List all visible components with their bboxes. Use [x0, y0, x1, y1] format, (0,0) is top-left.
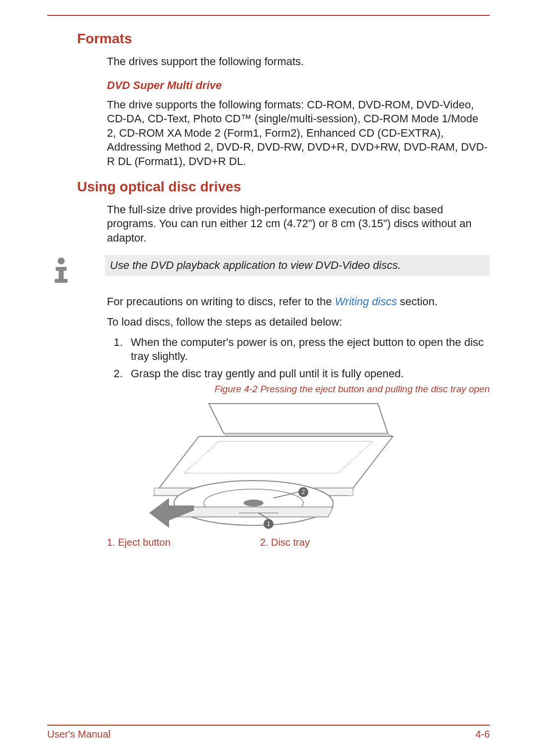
figure-caption: Figure 4-2 Pressing the eject button and…: [47, 384, 490, 395]
laptop-disc-tray-illustration: 1 2: [139, 399, 398, 533]
svg-marker-4: [209, 404, 388, 433]
heading-using-optical: Using optical disc drives: [77, 179, 490, 195]
svg-point-0: [58, 257, 65, 264]
svg-text:2: 2: [302, 489, 305, 496]
precaution-post: section.: [397, 295, 438, 308]
svg-point-12: [244, 500, 264, 506]
to-load-line: To load discs, follow the steps as detai…: [107, 315, 490, 330]
footer-right: 4-6: [475, 729, 490, 740]
dvd-super-multi-body: The drive supports the following formats…: [107, 98, 490, 169]
info-icon: [47, 255, 75, 283]
footer-left: User's Manual: [47, 729, 110, 740]
figure-labels: 1. Eject button 2. Disc tray: [107, 537, 490, 548]
step-2: Grasp the disc tray gently and pull unti…: [126, 367, 490, 381]
subheading-dvd-super-multi: DVD Super Multi drive: [107, 79, 490, 92]
formats-intro: The drives support the following formats…: [107, 55, 490, 69]
svg-rect-3: [55, 279, 68, 283]
svg-text:1: 1: [267, 520, 270, 527]
info-note: Use the DVD playback application to view…: [47, 255, 490, 283]
step-1: When the computer's power is on, press t…: [126, 336, 490, 364]
figure-label-2: 2. Disc tray: [260, 537, 310, 548]
using-optical-body1: The full-size drive provides high-perfor…: [107, 203, 490, 246]
steps-list: When the computer's power is on, press t…: [107, 336, 490, 381]
top-rule: [47, 15, 490, 16]
heading-formats: Formats: [77, 31, 490, 47]
precaution-pre: For precautions on writing to discs, ref…: [107, 295, 335, 308]
precaution-line: For precautions on writing to discs, ref…: [107, 295, 490, 309]
info-note-text: Use the DVD playback application to view…: [105, 255, 490, 276]
svg-marker-6: [159, 436, 393, 488]
figure-label-1: 1. Eject button: [107, 537, 171, 548]
writing-discs-link[interactable]: Writing discs: [335, 295, 397, 308]
figure-4-2: 1 2: [47, 399, 490, 533]
page-footer: User's Manual 4-6: [47, 725, 490, 740]
